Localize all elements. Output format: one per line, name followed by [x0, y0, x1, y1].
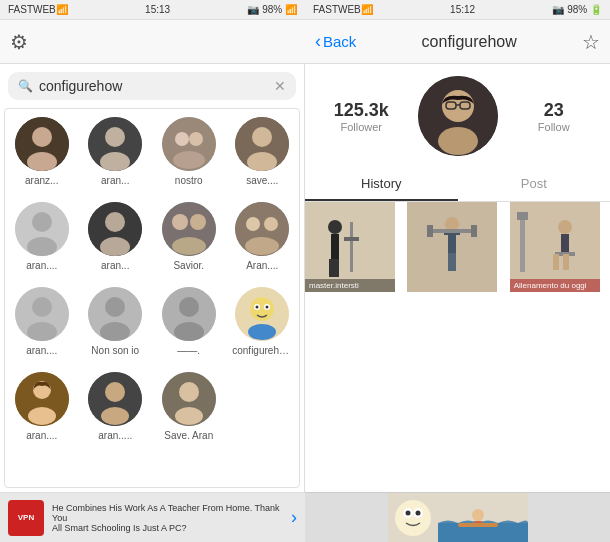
left-carrier: FASTWEB — [8, 4, 56, 15]
svg-point-85 — [395, 500, 431, 536]
svg-rect-68 — [448, 231, 456, 253]
svg-point-42 — [248, 324, 276, 340]
ad-right-image — [305, 492, 610, 542]
avatar — [235, 202, 289, 256]
profile-panel: 125.3k Follower — [305, 64, 610, 492]
svg-point-67 — [445, 217, 459, 231]
svg-point-47 — [105, 382, 125, 402]
list-item[interactable]: Save. Aran — [152, 364, 226, 449]
avatar — [162, 202, 216, 256]
list-item[interactable]: aran.... — [5, 279, 79, 364]
list-item[interactable]: save.... — [226, 109, 300, 194]
list-item[interactable]: Aran.... — [226, 194, 300, 279]
left-right-icons: 📷 98% 📶 — [247, 4, 297, 15]
svg-rect-73 — [430, 229, 474, 233]
svg-rect-71 — [448, 253, 452, 271]
svg-point-4 — [105, 127, 125, 147]
search-results-list: aranz... aran... — [4, 108, 300, 488]
settings-icon[interactable]: ⚙ — [10, 30, 28, 54]
search-icon: 🔍 — [18, 79, 33, 93]
list-item[interactable]: configurehow766 — [226, 279, 300, 364]
avatar — [15, 117, 69, 171]
right-status-bar: FASTWEB 📶 15:12 📷 98% 🔋 — [305, 0, 610, 20]
result-label: nostro — [175, 175, 203, 186]
list-item[interactable]: aran..... — [79, 364, 153, 449]
avatar — [88, 202, 142, 256]
list-item[interactable]: ——. — [152, 279, 226, 364]
result-label: aran.... — [26, 430, 57, 441]
bookmark-star-icon[interactable]: ☆ — [582, 30, 600, 54]
svg-point-1 — [32, 127, 52, 147]
result-label: aran... — [101, 260, 129, 271]
avatar — [162, 287, 216, 341]
result-label: aranz... — [25, 175, 58, 186]
left-nav-bar: ⚙ — [0, 20, 305, 64]
svg-rect-81 — [563, 254, 569, 270]
post-overlay: Allenamento du oggi — [510, 279, 600, 292]
avatar — [235, 117, 289, 171]
list-item[interactable]: aran.... — [5, 194, 79, 279]
status-bars: FASTWEB 📶 15:13 📷 98% 📶 FASTWEB 📶 15:12 … — [0, 0, 610, 20]
avatar — [162, 372, 216, 426]
list-item[interactable]: aranz... — [5, 109, 79, 194]
tab-post[interactable]: Post — [458, 168, 611, 201]
ad-text: He Combines His Work As A Teacher From H… — [52, 503, 283, 533]
result-label: Aran.... — [246, 260, 278, 271]
list-item[interactable]: aran.... — [5, 364, 79, 449]
ad-left[interactable]: VPN He Combines His Work As A Teacher Fr… — [0, 492, 305, 542]
result-label: Savior. — [173, 260, 204, 271]
right-wifi-icon: 📶 — [361, 4, 373, 15]
post-thumb[interactable]: master.intersti — [305, 202, 395, 292]
back-button[interactable]: ‹ Back — [315, 31, 356, 52]
result-label: Save. Aran — [164, 430, 213, 441]
svg-point-14 — [32, 212, 52, 232]
clear-search-icon[interactable]: ✕ — [274, 78, 286, 94]
post-overlay: master.intersti — [305, 279, 395, 292]
svg-point-91 — [472, 509, 484, 521]
svg-point-20 — [172, 214, 188, 230]
svg-rect-64 — [350, 222, 353, 272]
profile-username-title: configurehow — [422, 33, 517, 51]
svg-rect-75 — [471, 225, 477, 237]
svg-point-17 — [105, 212, 125, 232]
post-thumb[interactable]: Allenamento du oggi — [510, 202, 600, 292]
tab-history[interactable]: History — [305, 168, 458, 201]
svg-point-22 — [172, 237, 206, 255]
ad-banner: VPN He Combines His Work As A Teacher Fr… — [0, 492, 610, 542]
svg-point-45 — [28, 407, 56, 425]
svg-rect-61 — [331, 234, 339, 259]
profile-avatar — [418, 76, 498, 156]
ad-arrow-icon[interactable]: › — [291, 507, 297, 528]
result-label: aran.... — [26, 260, 57, 271]
svg-rect-78 — [561, 234, 569, 254]
list-item[interactable]: nostro — [152, 109, 226, 194]
svg-point-48 — [101, 407, 129, 425]
result-label: save.... — [246, 175, 278, 186]
svg-point-41 — [266, 306, 269, 309]
list-item[interactable]: Non son io — [79, 279, 153, 364]
main-content: 🔍 ✕ aranz... — [0, 64, 610, 492]
avatar — [162, 117, 216, 171]
avatar — [15, 287, 69, 341]
right-carrier: FASTWEB — [313, 4, 361, 15]
list-item[interactable]: aran... — [79, 109, 153, 194]
list-item[interactable]: aran... — [79, 194, 153, 279]
svg-rect-63 — [334, 259, 339, 277]
left-time: 15:13 — [145, 4, 170, 15]
back-label[interactable]: Back — [323, 33, 356, 50]
avatar — [15, 202, 69, 256]
search-panel: 🔍 ✕ aranz... — [0, 64, 305, 492]
svg-point-58 — [457, 112, 469, 120]
post-label: master.intersti — [309, 281, 359, 290]
svg-point-89 — [415, 510, 420, 515]
list-item[interactable]: Savior. — [152, 194, 226, 279]
left-wifi-icon: 📶 — [56, 4, 68, 15]
right-battery: 📷 98% 🔋 — [552, 4, 602, 15]
svg-point-28 — [32, 297, 52, 317]
followers-count: 125.3k — [334, 100, 389, 121]
post-thumb[interactable] — [407, 202, 497, 292]
svg-point-50 — [179, 382, 199, 402]
svg-rect-80 — [553, 254, 559, 270]
search-input[interactable] — [39, 78, 268, 94]
following-label: Follow — [538, 121, 570, 133]
